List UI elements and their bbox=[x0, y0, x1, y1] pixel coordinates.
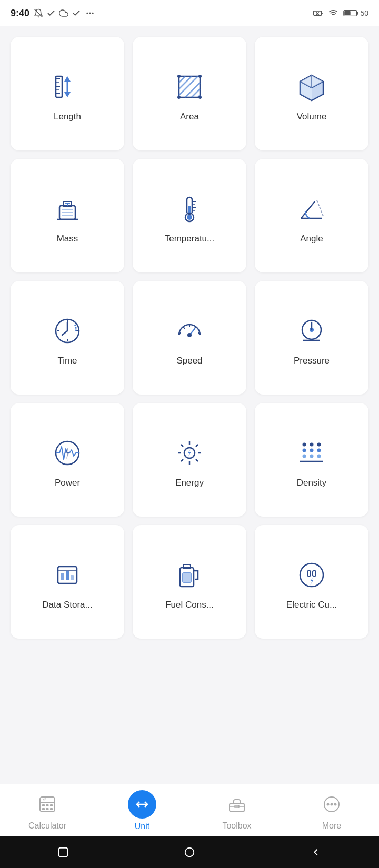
nav-item-toolbox[interactable]: Toolbox bbox=[190, 791, 284, 831]
grid-item-electric-current[interactable]: Electric Cu... bbox=[255, 525, 368, 639]
temperature-icon bbox=[174, 193, 205, 225]
svg-point-85 bbox=[303, 443, 306, 447]
grid-item-volume[interactable]: Volume bbox=[255, 37, 368, 150]
more-nav-icon bbox=[318, 791, 345, 818]
fuel-consumption-label: Fuel Cons... bbox=[165, 600, 214, 610]
grid-item-length[interactable]: Length bbox=[11, 37, 124, 150]
svg-line-58 bbox=[62, 331, 67, 335]
temperature-label: Temperatu... bbox=[165, 234, 215, 244]
angle-icon bbox=[296, 193, 327, 225]
grid-item-temperature[interactable]: Temperatu... bbox=[133, 159, 246, 272]
bottom-nav: x² Calculator Unit bbox=[0, 784, 379, 836]
grid-item-time[interactable]: Time bbox=[11, 281, 124, 395]
unit-nav-label: Unit bbox=[135, 822, 149, 831]
svg-point-120 bbox=[327, 803, 330, 805]
density-icon bbox=[296, 437, 327, 469]
time-icon-wrap bbox=[49, 312, 86, 349]
mute-icon bbox=[34, 8, 43, 18]
back-icon bbox=[310, 846, 322, 858]
power-icon bbox=[52, 437, 83, 469]
calculator-icon: x² bbox=[38, 795, 57, 814]
time-label: Time bbox=[57, 356, 77, 366]
speed-icon-wrap bbox=[171, 312, 208, 349]
svg-rect-96 bbox=[61, 573, 64, 580]
battery-icon bbox=[343, 8, 359, 18]
volume-icon-wrap bbox=[293, 68, 330, 105]
fuel-consumption-icon bbox=[174, 559, 205, 591]
android-back-btn[interactable] bbox=[306, 843, 325, 862]
svg-point-3 bbox=[92, 13, 94, 14]
data-storage-icon-wrap bbox=[49, 557, 86, 593]
svg-line-54 bbox=[301, 201, 315, 218]
electric-current-icon bbox=[296, 559, 327, 591]
grid-item-speed[interactable]: Speed bbox=[133, 281, 246, 395]
svg-point-90 bbox=[317, 449, 321, 452]
energy-icon-wrap bbox=[171, 435, 208, 471]
electric-current-icon-wrap bbox=[293, 557, 330, 593]
battery-level: 50 bbox=[343, 8, 368, 18]
svg-point-2 bbox=[89, 13, 91, 14]
status-bar: 9:40 bbox=[0, 0, 379, 26]
pressure-icon bbox=[296, 315, 327, 347]
status-icons bbox=[34, 8, 96, 18]
length-icon-wrap bbox=[49, 68, 86, 105]
svg-point-124 bbox=[185, 848, 194, 857]
area-icon bbox=[174, 71, 205, 103]
svg-rect-113 bbox=[46, 808, 49, 810]
speed-label: Speed bbox=[176, 356, 202, 366]
calculator-nav-icon: x² bbox=[34, 791, 61, 818]
pressure-icon-wrap bbox=[293, 312, 330, 349]
grid-item-area[interactable]: Area bbox=[133, 37, 246, 150]
wifi-icon bbox=[327, 8, 339, 18]
grid-item-energy[interactable]: Energy bbox=[133, 403, 246, 517]
svg-point-69 bbox=[187, 333, 192, 337]
more-icon bbox=[322, 795, 341, 814]
svg-rect-10 bbox=[345, 11, 351, 15]
svg-point-92 bbox=[310, 455, 314, 458]
svg-point-86 bbox=[310, 443, 314, 447]
grid-item-fuel-consumption[interactable]: Fuel Cons... bbox=[133, 525, 246, 639]
grid-item-data-storage[interactable]: Data Stora... bbox=[11, 525, 124, 639]
android-nav-bar bbox=[0, 836, 379, 868]
svg-text:x²: x² bbox=[43, 798, 46, 801]
svg-line-23 bbox=[185, 83, 200, 97]
circle-icon bbox=[184, 846, 195, 858]
svg-rect-97 bbox=[66, 571, 69, 580]
mass-label: Mass bbox=[57, 234, 78, 244]
grid-item-power[interactable]: Power bbox=[11, 403, 124, 517]
svg-point-103 bbox=[300, 563, 323, 587]
status-right: 50 bbox=[313, 8, 368, 18]
density-label: Density bbox=[297, 478, 327, 488]
more-nav-label: More bbox=[322, 821, 341, 831]
grid-container: Length bbox=[11, 37, 368, 639]
energy-label: Energy bbox=[175, 478, 204, 488]
android-square-btn[interactable] bbox=[54, 843, 73, 862]
unit-nav-icon bbox=[128, 790, 156, 819]
temperature-icon-wrap bbox=[171, 190, 208, 227]
grid-item-mass[interactable]: Mass bbox=[11, 159, 124, 272]
volume-label: Volume bbox=[297, 112, 327, 122]
fuel-consumption-icon-wrap bbox=[171, 557, 208, 593]
mass-icon-wrap bbox=[49, 190, 86, 227]
length-icon bbox=[52, 71, 83, 103]
svg-point-93 bbox=[317, 455, 321, 458]
nav-item-unit[interactable]: Unit bbox=[95, 790, 190, 831]
grid-item-density[interactable]: Density bbox=[255, 403, 368, 517]
calculator-nav-label: Calculator bbox=[28, 821, 66, 831]
svg-rect-123 bbox=[59, 848, 68, 857]
svg-point-89 bbox=[310, 449, 314, 452]
nav-item-calculator[interactable]: x² Calculator bbox=[0, 791, 95, 831]
status-left: 9:40 bbox=[11, 8, 96, 19]
android-home-btn[interactable] bbox=[180, 843, 199, 862]
svg-point-26 bbox=[177, 75, 181, 78]
svg-point-121 bbox=[331, 803, 333, 805]
grid-item-pressure[interactable]: Pressure bbox=[255, 281, 368, 395]
area-icon-wrap bbox=[171, 68, 208, 105]
svg-line-66 bbox=[183, 327, 185, 329]
nav-item-more[interactable]: More bbox=[284, 791, 379, 831]
density-icon-wrap bbox=[293, 435, 330, 471]
grid-item-angle[interactable]: Angle bbox=[255, 159, 368, 272]
cloud-icon bbox=[59, 8, 68, 18]
svg-rect-11 bbox=[357, 12, 358, 14]
toolbox-icon bbox=[227, 795, 246, 814]
